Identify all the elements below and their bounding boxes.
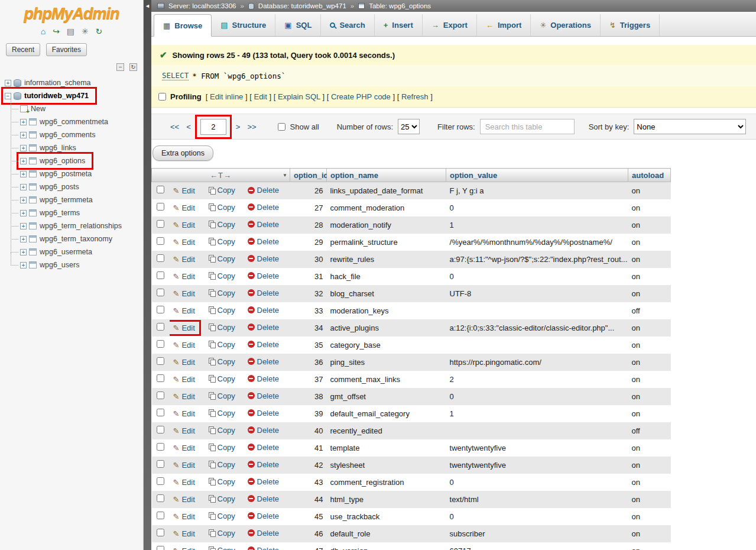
column-control[interactable]: ←T→ — [155, 171, 286, 180]
show-all-checkbox[interactable] — [278, 123, 285, 131]
copy-link[interactable]: Copy — [209, 392, 235, 400]
delete-link[interactable]: Delete — [248, 392, 280, 400]
row-checkbox[interactable] — [157, 237, 164, 245]
copy-link[interactable]: Copy — [209, 357, 235, 366]
breadcrumb-server[interactable]: Server: localhost:3306 — [168, 2, 236, 9]
delete-link[interactable]: Delete — [248, 357, 280, 366]
edit-link[interactable]: ✎ Edit — [173, 444, 195, 452]
edit-link[interactable]: ✎ Edit — [173, 546, 195, 550]
page-number-input[interactable] — [200, 119, 226, 135]
row-checkbox[interactable] — [157, 289, 164, 296]
column-header-option-id[interactable]: option_id — [290, 169, 327, 182]
tree-item[interactable]: New — [19, 102, 51, 115]
copy-link[interactable]: Copy — [209, 374, 235, 383]
edit-link[interactable]: ✎ Edit — [173, 375, 195, 384]
edit-link[interactable]: ✎ Edit — [173, 529, 195, 538]
delete-link[interactable]: Delete — [248, 306, 280, 315]
copy-link[interactable]: Copy — [209, 443, 235, 452]
tree-item-label[interactable]: wpg6_terms — [40, 209, 80, 217]
copy-link[interactable]: Copy — [209, 409, 235, 418]
delete-link[interactable]: Delete — [248, 220, 280, 229]
row-checkbox[interactable] — [157, 220, 164, 228]
tree-item-label[interactable]: wpg6_options — [40, 157, 85, 165]
tree-item[interactable]: + wpg6_links — [19, 141, 82, 154]
column-header-option-name[interactable]: option_name — [327, 169, 446, 182]
rows-count-select[interactable]: 25 — [398, 119, 420, 134]
copy-link[interactable]: Copy — [209, 289, 235, 297]
home-icon[interactable]: ⌂ — [41, 27, 46, 36]
row-checkbox[interactable] — [157, 271, 164, 279]
row-checkbox[interactable] — [157, 340, 164, 348]
edit-link[interactable]: ✎ Edit — [173, 495, 195, 504]
copy-link[interactable]: Copy — [209, 512, 235, 520]
row-checkbox[interactable] — [157, 357, 164, 365]
extra-options-button[interactable]: Extra options — [153, 145, 213, 161]
query-action-link[interactable]: Create PHP code — [331, 92, 391, 101]
copy-link[interactable]: Copy — [209, 271, 235, 280]
panel-collapse-icon[interactable]: − — [116, 63, 124, 71]
edit-link[interactable]: ✎ Edit — [173, 478, 195, 487]
copy-link[interactable]: Copy — [209, 460, 235, 469]
delete-link[interactable]: Delete — [248, 237, 280, 246]
copy-link[interactable]: Copy — [209, 323, 235, 332]
tree-item[interactable]: + wpg6_options — [19, 154, 91, 167]
expander-icon[interactable]: + — [20, 145, 27, 151]
tree-item-label[interactable]: wpg6_termmeta — [40, 196, 93, 204]
panel-sync-icon[interactable]: ↻ — [129, 63, 137, 71]
row-checkbox[interactable] — [157, 374, 164, 382]
tab-structure[interactable]: ▤ Structure — [212, 14, 275, 36]
edit-link[interactable]: ✎ Edit — [173, 323, 195, 332]
tree-item[interactable]: + wpg6_postmeta — [19, 167, 98, 180]
delete-link[interactable]: Delete — [248, 271, 280, 280]
row-checkbox[interactable] — [157, 494, 164, 502]
edit-link[interactable]: ✎ Edit — [173, 289, 195, 298]
row-checkbox[interactable] — [157, 477, 164, 485]
edit-link[interactable]: ✎ Edit — [173, 238, 195, 247]
tree-item-label[interactable]: wpg6_commentmeta — [40, 118, 108, 126]
tree-item-label[interactable]: information_schema — [24, 79, 91, 87]
tree-item-label[interactable]: wpg6_postmeta — [40, 170, 92, 178]
column-header-autoload[interactable]: autoload — [628, 169, 671, 182]
copy-link[interactable]: Copy — [209, 477, 235, 486]
delete-link[interactable]: Delete — [248, 494, 280, 503]
delete-link[interactable]: Delete — [248, 477, 280, 486]
tab-import[interactable]: ← Import — [477, 14, 531, 36]
tree-item-label[interactable]: wpg6_term_taxonomy — [40, 235, 112, 243]
delete-link[interactable]: Delete — [248, 512, 280, 520]
edit-link[interactable]: ✎ Edit — [173, 306, 195, 315]
delete-link[interactable]: Delete — [248, 426, 280, 435]
tree-item[interactable]: + wpg6_term_relationships — [19, 219, 128, 232]
expander-icon[interactable]: + — [20, 158, 27, 164]
copy-link[interactable]: Copy — [209, 494, 235, 503]
delete-link[interactable]: Delete — [248, 460, 280, 469]
tab-triggers[interactable]: ↯ Triggers — [601, 14, 660, 36]
row-checkbox[interactable] — [157, 409, 164, 416]
tab-browse[interactable]: ▦ Browse — [154, 14, 212, 37]
row-checkbox[interactable] — [157, 323, 164, 331]
docs-icon[interactable]: ▤ — [67, 27, 74, 36]
copy-link[interactable]: Copy — [209, 186, 235, 195]
tree-item[interactable]: + wpg6_comments — [19, 128, 102, 141]
reload-icon[interactable]: ↻ — [96, 27, 103, 36]
query-action-link[interactable]: Refresh — [401, 92, 429, 101]
edit-link[interactable]: ✎ Edit — [173, 409, 195, 418]
tab-export[interactable]: → Export — [423, 14, 477, 36]
tree-item[interactable]: + information_schema — [4, 76, 97, 89]
tree-item[interactable]: + wpg6_commentmeta — [19, 115, 114, 128]
edit-link[interactable]: ✎ Edit — [173, 341, 195, 350]
panel-collapse-strip[interactable]: ◄ — [144, 0, 151, 550]
tree-item-label[interactable]: wpg6_comments — [40, 131, 96, 139]
tree-item[interactable]: + wpg6_posts — [19, 180, 85, 193]
first-page-link[interactable]: << — [167, 122, 183, 131]
row-checkbox[interactable] — [157, 392, 164, 399]
copy-link[interactable]: Copy — [209, 340, 235, 349]
tree-item[interactable]: + wpg6_termmeta — [19, 193, 99, 206]
edit-link[interactable]: ✎ Edit — [173, 461, 195, 470]
logout-icon[interactable]: ↪ — [53, 27, 60, 36]
tree-item[interactable]: + wpg6_term_taxonomy — [19, 232, 118, 245]
expander-icon[interactable]: + — [20, 132, 27, 138]
sort-desc-icon[interactable]: ▼ — [283, 173, 287, 178]
settings-gear-icon[interactable]: ✳ — [82, 27, 89, 36]
tab-insert[interactable]: + Insert — [375, 14, 423, 36]
sort-select[interactable]: None — [634, 119, 746, 134]
